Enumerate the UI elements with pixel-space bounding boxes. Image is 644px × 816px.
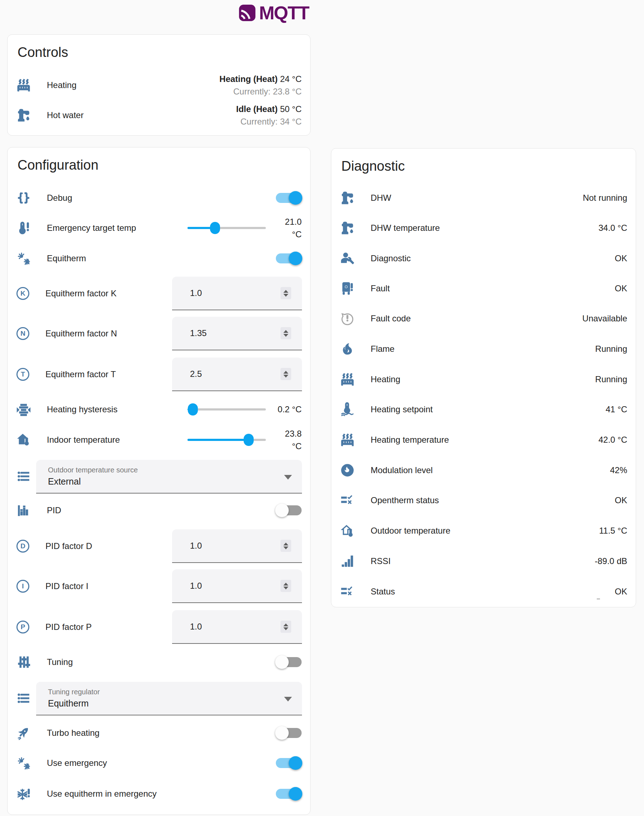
row-label: Outdoor temperature: [371, 526, 451, 536]
pid-factor-i-input[interactable]: 1.0: [172, 569, 302, 603]
equitherm-factor-k-input[interactable]: 1.0: [172, 277, 302, 310]
indoor-temperature-slider[interactable]: [187, 434, 266, 446]
home-thermometer-outline-icon: [340, 524, 354, 538]
number-value[interactable]: 1.0: [190, 581, 202, 591]
dropdown-caret-icon[interactable]: [284, 475, 292, 480]
equitherm-factor-t-input[interactable]: 2.5: [172, 357, 302, 391]
equitherm-toggle[interactable]: [276, 253, 302, 264]
pid-factor-d-input[interactable]: 1.0: [172, 529, 302, 563]
config-row-indoor-temperature: Indoor temperature 23.8 °C: [8, 425, 310, 455]
row-label: Heating temperature: [371, 435, 449, 445]
number-value[interactable]: 1.35: [190, 328, 207, 338]
stepper-buttons[interactable]: [281, 327, 291, 339]
diag-row-modulation-level: Modulation level 42%: [331, 455, 636, 485]
slider-thumb[interactable]: [244, 434, 254, 446]
signal-icon: [340, 554, 354, 568]
hot-water-state-target: 50 °C: [278, 104, 302, 114]
fire-icon: [340, 342, 354, 356]
pid-toggle[interactable]: [276, 505, 302, 515]
home-thermometer-icon: [17, 433, 31, 447]
diagnostic-card: Diagnostic DHW Not running DHW temperatu…: [331, 148, 636, 607]
diag-row-heating: Heating Running: [331, 364, 636, 394]
slider-thumb[interactable]: [210, 222, 220, 234]
row-label: Heating setpoint: [371, 405, 432, 414]
alpha-p-circle-icon: P: [17, 621, 29, 633]
stepper-buttons[interactable]: [281, 540, 291, 552]
hot-water-state[interactable]: Idle (Heat) 50 °C Currently: 34 °C: [236, 103, 302, 128]
stepper-buttons[interactable]: [281, 368, 291, 380]
row-value: Running: [595, 374, 627, 384]
control-label: Heating: [47, 80, 77, 90]
config-row-use-equitherm-in-emergency: Use equitherm in emergency: [8, 779, 310, 809]
number-value[interactable]: 1.0: [190, 622, 202, 632]
water-boiler-alert-icon: [340, 281, 354, 296]
row-value: 42.0 °C: [598, 435, 627, 445]
controls-card: Controls Heating Heating (Heat) 24 °C Cu…: [7, 34, 311, 136]
row-label: Debug: [47, 193, 72, 203]
thermometer-water-icon: [340, 402, 354, 417]
diag-row-fault-code: Fault code Unavailable: [331, 304, 636, 334]
turbo-heating-toggle[interactable]: [276, 728, 302, 738]
alpha-k-circle-icon: K: [17, 287, 29, 300]
format-list-bulleted-icon: [17, 469, 31, 483]
stepper-buttons[interactable]: [281, 621, 291, 633]
row-value: 11.5 °C: [599, 526, 627, 536]
heating-hysteresis-value: 0.2 °C: [278, 405, 302, 414]
config-row-pid: PID: [8, 495, 310, 525]
snowflake-alert-icon: [17, 787, 31, 801]
radiator-icon: [340, 372, 354, 387]
row-value: Running: [595, 344, 627, 354]
configuration-card: Configuration Debug Emergency target tem…: [7, 147, 311, 815]
control-row-hot-water: Hot water Idle (Heat) 50 °C Currently: 3…: [8, 100, 310, 130]
page: MQTT Controls Heating Heating (Heat) 24 …: [0, 0, 644, 816]
diag-row-status: Status OK: [331, 577, 636, 607]
account-wrench-icon: [340, 251, 354, 265]
row-label: Tuning: [47, 657, 73, 667]
use-equitherm-in-emergency-toggle[interactable]: [276, 789, 302, 799]
slider-thumb[interactable]: [188, 403, 198, 416]
number-value[interactable]: 2.5: [190, 369, 202, 379]
water-pump-icon: [340, 191, 354, 205]
heating-state[interactable]: Heating (Heat) 24 °C Currently: 23.8 °C: [219, 73, 302, 98]
pid-factor-p-input[interactable]: 1.0: [172, 610, 302, 644]
row-label: Fault: [371, 284, 389, 293]
debug-toggle[interactable]: [276, 193, 302, 203]
row-label: PID factor D: [46, 541, 92, 551]
row-label: Equitherm: [47, 253, 86, 264]
row-label: Flame: [371, 344, 395, 354]
radiator-icon: [17, 78, 31, 92]
heating-state-mode: Heating (Heat): [219, 74, 278, 84]
row-label: PID factor P: [46, 622, 92, 632]
use-emergency-toggle[interactable]: [276, 758, 302, 768]
row-label: DHW: [371, 193, 391, 203]
outdoor-temperature-source-select[interactable]: Outdoor temperature source External: [36, 460, 302, 494]
diag-row-rssi: RSSI -89.0 dB: [331, 546, 636, 576]
format-list-bulleted-icon: [17, 691, 31, 706]
config-row-equitherm: Equitherm: [8, 243, 310, 273]
emergency-target-temp-slider[interactable]: [187, 222, 266, 234]
diag-row-opentherm-status: Opentherm status OK: [331, 485, 636, 515]
indoor-temperature-value: 23.8 °C: [285, 427, 302, 452]
select-value: External: [48, 476, 81, 487]
alpha-d-circle-icon: D: [17, 540, 29, 552]
stray-mark: [597, 598, 600, 600]
number-value[interactable]: 1.0: [190, 288, 202, 298]
stepper-buttons[interactable]: [281, 580, 291, 592]
tuning-regulator-select[interactable]: Tuning regulator Equitherm: [36, 682, 302, 715]
equitherm-factor-n-input[interactable]: 1.35: [172, 317, 302, 350]
heating-hysteresis-slider[interactable]: [187, 403, 266, 416]
number-value[interactable]: 1.0: [190, 541, 202, 551]
dropdown-caret-icon[interactable]: [284, 697, 292, 701]
controls-title: Controls: [17, 45, 68, 60]
mqtt-logo-icon: [238, 4, 256, 22]
row-value: 41 °C: [606, 405, 627, 414]
radiator-icon: [340, 433, 354, 447]
sun-snowflake-icon: [17, 251, 31, 265]
row-label: Heating hysteresis: [47, 405, 117, 414]
tuning-toggle[interactable]: [276, 657, 302, 667]
row-label: Modulation level: [371, 465, 432, 475]
alpha-i-circle-icon: I: [17, 580, 29, 593]
row-value: OK: [615, 587, 627, 597]
row-label: Opentherm status: [371, 495, 439, 505]
stepper-buttons[interactable]: [281, 287, 291, 299]
